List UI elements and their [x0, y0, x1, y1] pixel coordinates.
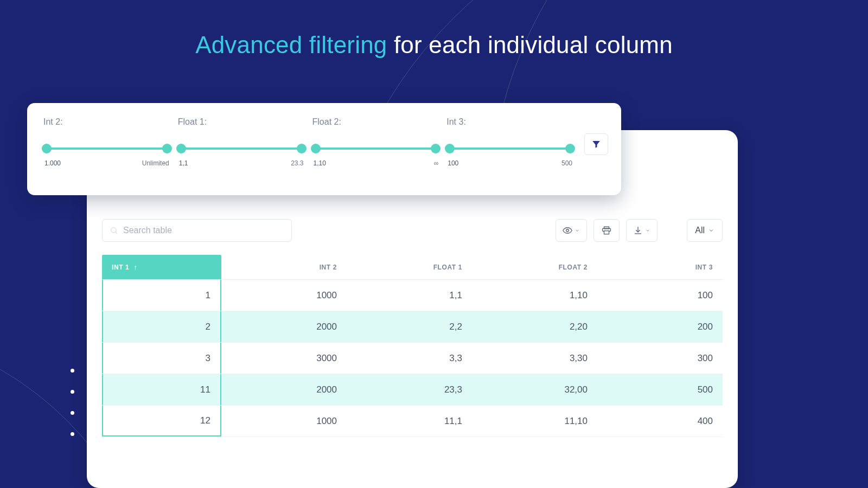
range-min: 100 [448, 159, 458, 167]
print-button[interactable] [593, 219, 620, 242]
filter-label: Int 3: [446, 117, 573, 127]
range-values: 1,1 23.3 [178, 159, 305, 167]
carousel-bullets [71, 369, 74, 436]
rows-per-page-label: All [695, 226, 705, 235]
chevron-down-icon [575, 228, 580, 233]
svg-rect-4 [604, 231, 609, 234]
table-cell: 200 [597, 311, 723, 342]
table-cell: 2000 [221, 311, 347, 342]
slider-handle-max[interactable] [162, 144, 172, 153]
table-cell: 1 [102, 280, 221, 311]
table-cell: 1,10 [472, 280, 597, 311]
table-row[interactable]: 220002,22,20200 [102, 311, 723, 343]
table-row[interactable]: 110001,11,10100 [102, 280, 723, 311]
rows-per-page-select[interactable]: All [687, 219, 723, 242]
filter-icon [591, 139, 601, 149]
column-header-float1[interactable]: FLOAT 1 [347, 255, 472, 279]
table-cell: 3,3 [347, 343, 472, 374]
table-cell: 1000 [221, 406, 347, 436]
range-max: 23.3 [291, 159, 303, 167]
sort-asc-icon: ↑ [133, 263, 138, 272]
svg-point-2 [566, 229, 569, 232]
table-cell: 1,1 [347, 280, 472, 311]
column-header-label: INT 3 [695, 264, 713, 271]
table-cell: 11,10 [472, 406, 597, 436]
slider-track [47, 147, 167, 150]
column-header-label: INT 1 [112, 264, 129, 271]
data-table: INT 1 ↑ INT 2 FLOAT 1 FLOAT 2 INT 3 1100… [102, 255, 723, 437]
column-header-int2[interactable]: INT 2 [221, 255, 347, 279]
filter-actions [581, 117, 608, 184]
page-title-rest: for each individual column [387, 31, 673, 58]
range-values: 1,10 ∞ [312, 159, 439, 167]
table-row[interactable]: 11200023,332,00500 [102, 374, 723, 406]
download-button[interactable] [626, 219, 658, 242]
column-header-label: FLOAT 2 [559, 264, 588, 271]
search-input[interactable] [102, 219, 292, 242]
table-cell: 2,2 [347, 311, 472, 342]
table-cell: 100 [597, 280, 723, 311]
table-cell: 2,20 [472, 311, 597, 342]
slider-handle-max[interactable] [565, 144, 575, 153]
filter-column: Float 2: 1,10 ∞ [312, 117, 439, 184]
column-header-label: INT 2 [320, 264, 337, 271]
search-icon [110, 226, 118, 235]
table-cell: 300 [597, 343, 723, 374]
range-slider[interactable] [450, 143, 570, 154]
table-row[interactable]: 330003,33,30300 [102, 343, 723, 374]
range-max: Unlimited [142, 159, 169, 167]
slider-track [316, 147, 436, 150]
table-cell: 11 [102, 374, 221, 405]
page-title-accent: Advanced filtering [195, 31, 387, 58]
table-header-row: INT 1 ↑ INT 2 FLOAT 1 FLOAT 2 INT 3 [102, 255, 723, 280]
range-values: 100 500 [446, 159, 573, 167]
range-slider[interactable] [181, 143, 302, 154]
table-cell: 2000 [221, 374, 347, 405]
filter-column: Int 3: 100 500 [446, 117, 573, 184]
table-cell: 11,1 [347, 406, 472, 436]
clear-filters-button[interactable] [584, 133, 608, 155]
table-cell: 3000 [221, 343, 347, 374]
eye-icon [563, 226, 572, 235]
filter-label: Float 2: [312, 117, 439, 127]
column-header-int1[interactable]: INT 1 ↑ [102, 255, 221, 279]
slider-handle-min[interactable] [445, 144, 455, 153]
filter-label: Int 2: [43, 117, 170, 127]
range-max: ∞ [434, 159, 438, 167]
chevron-down-icon [708, 227, 714, 234]
slider-track [181, 147, 302, 150]
svg-line-1 [116, 232, 117, 234]
table-cell: 32,00 [472, 374, 597, 405]
table-cell: 12 [102, 406, 221, 436]
slider-handle-max[interactable] [431, 144, 441, 153]
slider-handle-min[interactable] [176, 144, 186, 153]
range-min: 1,10 [314, 159, 326, 167]
slider-track [450, 147, 570, 150]
table-cell: 500 [597, 374, 723, 405]
range-max: 500 [561, 159, 572, 167]
column-header-float2[interactable]: FLOAT 2 [472, 255, 597, 279]
filter-column: Int 2: 1.000 Unlimited [43, 117, 170, 184]
table-cell: 3 [102, 343, 221, 374]
range-min: 1.000 [44, 159, 61, 167]
range-slider[interactable] [47, 143, 167, 154]
table-cell: 1000 [221, 280, 347, 311]
page-title: Advanced filtering for each individual c… [0, 31, 868, 59]
column-header-label: FLOAT 1 [433, 264, 462, 271]
column-header-int3[interactable]: INT 3 [597, 255, 723, 279]
table-row[interactable]: 12100011,111,10400 [102, 406, 723, 437]
range-min: 1,1 [179, 159, 188, 167]
download-icon [633, 226, 643, 235]
columns-visibility-button[interactable] [556, 219, 587, 242]
table-body: 110001,11,10100220002,22,20200330003,33,… [102, 280, 723, 437]
slider-handle-max[interactable] [297, 144, 307, 153]
range-slider[interactable] [316, 143, 436, 154]
table-toolbar: All [87, 216, 738, 245]
printer-icon [602, 226, 611, 235]
table-cell: 23,3 [347, 374, 472, 405]
slider-handle-min[interactable] [42, 144, 52, 153]
range-values: 1.000 Unlimited [43, 159, 170, 167]
filters-panel: Int 2: 1.000 Unlimited Float 1: 1,1 23.3… [27, 103, 621, 195]
slider-handle-min[interactable] [311, 144, 321, 153]
filter-column: Float 1: 1,1 23.3 [178, 117, 305, 184]
